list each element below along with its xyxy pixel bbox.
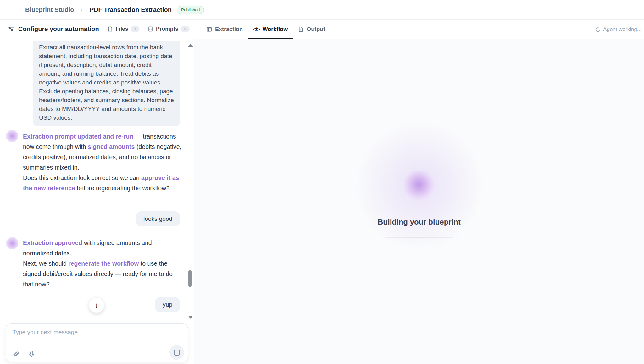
message-text: before regenerating the workflow? [75,185,169,192]
back-arrow-icon[interactable]: ← [12,6,19,14]
sliders-icon [8,25,14,32]
user-message-bubble: yup [155,297,180,312]
preview-panel: Extraction </> Workflow Output Agent wor… [194,20,644,364]
panel-title: Configure your automation [18,25,99,33]
status-badge: Published [177,6,204,14]
blueprint-octagon-icon [404,171,435,201]
files-count-badge: 1 [131,26,140,32]
tab-output-label: Output [307,26,325,33]
message-input[interactable] [13,329,179,336]
chat-link[interactable]: Extraction prompt updated and re-run [23,133,133,140]
table-icon [206,26,212,32]
agent-status-text: Agent working... [603,26,641,33]
page-title: PDF Transaction Extraction [90,6,172,14]
assistant-message: Extraction approved with signed amounts … [23,238,182,290]
agent-status: Agent working... [596,20,641,39]
arrow-down-icon: ↓ [95,302,98,309]
stop-generation-button[interactable] [169,345,184,360]
scrollbar-thumb[interactable] [188,270,192,287]
spinner-icon [595,26,601,33]
scroll-to-bottom-button[interactable]: ↓ [89,297,104,313]
tab-extraction[interactable]: Extraction [201,20,248,39]
chat-link[interactable]: signed amounts [88,143,135,150]
tab-workflow-label: Workflow [263,26,288,33]
preview-tab-bar: Extraction </> Workflow Output Agent wor… [194,20,644,39]
tab-output[interactable]: Output [293,20,330,39]
prompts-tab[interactable]: Prompts 3 [147,26,190,32]
attachment-icon[interactable] [13,350,20,358]
microphone-icon[interactable] [28,350,35,358]
progress-bar [385,237,453,238]
file-code-icon [147,26,153,32]
code-icon: </> [253,26,260,33]
prompts-tab-label: Prompts [156,26,178,32]
assistant-avatar [6,130,18,142]
workflow-canvas: Building your blueprint [194,39,644,364]
tab-extraction-label: Extraction [215,26,243,33]
scrollbar-up-arrow[interactable] [188,44,193,47]
assistant-avatar [6,237,18,249]
prompt-message-text: Extract all transaction-level rows from … [39,43,174,122]
message-composer [6,323,188,362]
breadcrumb-app-name[interactable]: Blueprint Studio [25,6,74,14]
chat-link[interactable]: Extraction approved [23,239,82,246]
prompts-count-badge: 3 [181,26,190,32]
app-window: ← Blueprint Studio / PDF Transaction Ext… [0,0,644,364]
building-status-title: Building your blueprint [194,218,644,226]
stop-icon [174,350,180,356]
file-download-icon [298,26,304,32]
user-message-bubble: looks good [136,211,180,226]
message-text: Next, we should [23,260,68,267]
chat-panel: Configure your automation Files 1 Prompt… [0,20,194,364]
chat-panel-header: Configure your automation Files 1 Prompt… [0,20,194,38]
scrollbar-down-arrow[interactable] [188,316,193,319]
composer-toolbar [13,350,35,358]
chat-link[interactable]: regenerate the workflow [68,260,139,267]
files-tab[interactable]: Files 1 [107,26,139,32]
tab-workflow[interactable]: </> Workflow [248,20,293,39]
top-header: ← Blueprint Studio / PDF Transaction Ext… [0,0,644,20]
message-text: Does this extraction look correct so we … [23,174,141,181]
files-tab-label: Files [116,26,128,32]
prompt-message-card: Extract all transaction-level rows from … [33,41,180,126]
assistant-message: Extraction prompt updated and re-run — t… [23,131,182,193]
file-icon [107,26,113,32]
breadcrumb-separator: / [81,6,83,13]
